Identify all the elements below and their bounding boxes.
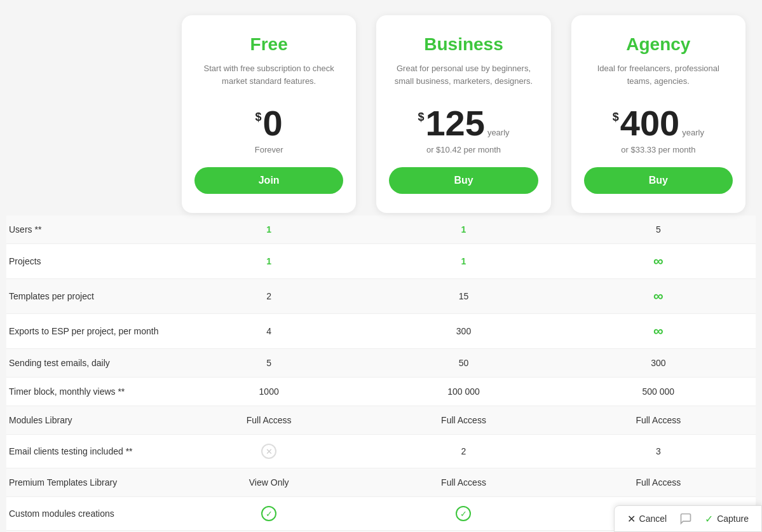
feature-label: Templates per project <box>6 279 172 313</box>
infinity-icon: ∞ <box>653 323 663 339</box>
infinity-icon: ∞ <box>653 288 663 304</box>
feature-row: Users **115 <box>6 215 756 244</box>
price-subtitle-business: or $10.42 per month <box>389 145 538 154</box>
feature-value-business: 100 000 <box>366 378 561 406</box>
cancel-label: Cancel <box>639 514 667 524</box>
feature-value-agency: 500 000 <box>561 378 756 406</box>
feature-value-free: 1 <box>172 215 366 243</box>
feature-value-business: 300 <box>366 314 561 348</box>
check-circle-icon: ✓ <box>456 506 471 521</box>
plan-title-agency: Agency <box>584 34 733 55</box>
price-period-agency: yearly <box>682 128 704 137</box>
chat-icon-bottom <box>679 512 692 525</box>
feature-label: Projects <box>6 244 172 278</box>
price-subtitle-agency: or $33.33 per month <box>584 145 733 154</box>
plan-card-business: Business Great for personal use by begin… <box>366 13 561 215</box>
feature-value-business: 1 <box>366 215 561 243</box>
feature-value-free: 4 <box>172 314 366 348</box>
value-link: 1 <box>461 224 466 235</box>
feature-value-business: 2 <box>366 435 561 468</box>
feature-value-free: ✕ <box>172 435 366 468</box>
feature-value-agency: Full Access <box>561 406 756 434</box>
feature-row: Email clients testing included **✕23 <box>6 435 756 468</box>
price-amount-business: 125 <box>425 106 484 141</box>
feature-label: Exports to ESP per project, per month <box>6 314 172 348</box>
feature-row: Modules LibraryFull AccessFull AccessFul… <box>6 406 756 435</box>
feature-label-spacer <box>6 13 172 215</box>
feature-label: Sending test emails, daily <box>6 349 172 377</box>
feature-row: Sending test emails, daily550300 <box>6 349 756 378</box>
feature-table: Users **115Projects11∞Templates per proj… <box>6 215 756 532</box>
feature-label: Timer block, monthly views ** <box>6 378 172 406</box>
x-icon: ✕ <box>627 513 636 525</box>
feature-label: Modules Library <box>6 406 172 434</box>
plan-price-business: $ 125 yearly <box>389 106 538 141</box>
feature-value-agency: Full Access <box>561 468 756 496</box>
feature-value-business: 15 <box>366 279 561 313</box>
feature-row: Projects11∞ <box>6 244 756 279</box>
feature-value-business: Full Access <box>366 406 561 434</box>
buy-button-agency[interactable]: Buy <box>584 167 733 194</box>
feature-label: Custom modules creations <box>6 497 172 530</box>
plan-description-agency: Ideal for freelancers, professional team… <box>584 62 733 93</box>
plan-card-free: Free Start with free subscription to che… <box>172 13 366 215</box>
plan-card-agency: Agency Ideal for freelancers, profession… <box>561 13 756 215</box>
feature-value-agency: 300 <box>561 349 756 377</box>
price-dollar-agency: $ <box>613 111 619 124</box>
price-subtitle-free: Forever <box>194 145 343 154</box>
feature-row: Premium Templates LibraryView OnlyFull A… <box>6 468 756 497</box>
value-link: 1 <box>266 256 271 266</box>
value-link: 1 <box>266 224 271 235</box>
feature-value-free: View Only <box>172 468 366 496</box>
feature-value-free: 1 <box>172 244 366 278</box>
capture-label: Capture <box>717 514 749 524</box>
feature-row: Templates per project215∞ <box>6 279 756 314</box>
value-link: 1 <box>461 256 466 266</box>
price-amount-agency: 400 <box>620 106 679 141</box>
feature-label: Email clients testing included ** <box>6 435 172 468</box>
feature-label: Users ** <box>6 215 172 243</box>
x-circle-icon: ✕ <box>261 444 276 459</box>
plan-description-business: Great for personal use by beginners, sma… <box>389 62 538 93</box>
feature-value-free: 5 <box>172 349 366 377</box>
feature-row: Timer block, monthly views **1000100 000… <box>6 378 756 406</box>
feature-value-business: Full Access <box>366 468 561 496</box>
plan-title-free: Free <box>194 34 343 55</box>
feature-value-agency: ∞ <box>561 279 756 313</box>
pricing-container: Free Start with free subscription to che… <box>0 0 762 532</box>
feature-value-business: ✓ <box>366 497 561 530</box>
infinity-icon: ∞ <box>653 253 663 269</box>
plan-title-business: Business <box>389 34 538 55</box>
feature-value-agency: ∞ <box>561 314 756 348</box>
join-button[interactable]: Join <box>194 167 343 194</box>
cancel-button[interactable]: ✕ Cancel <box>627 513 667 525</box>
bottom-bar: ✕ Cancel ✓ Capture <box>614 505 762 532</box>
plan-price-agency: $ 400 yearly <box>584 106 733 141</box>
price-dollar-business: $ <box>418 111 424 124</box>
feature-value-business: 1 <box>366 244 561 278</box>
check-circle-icon: ✓ <box>261 506 276 521</box>
feature-value-agency: 5 <box>561 215 756 243</box>
feature-value-free: 1000 <box>172 378 366 406</box>
feature-value-free: 2 <box>172 279 366 313</box>
plan-description-free: Start with free subscription to check ma… <box>194 62 343 93</box>
buy-button-business[interactable]: Buy <box>389 167 538 194</box>
feature-value-business: 50 <box>366 349 561 377</box>
checkmark-icon: ✓ <box>705 513 713 525</box>
price-dollar-free: $ <box>255 111 262 124</box>
capture-button[interactable]: ✓ Capture <box>705 513 749 525</box>
feature-value-agency: 3 <box>561 435 756 468</box>
feature-label: Premium Templates Library <box>6 468 172 496</box>
plan-price-free: $ 0 <box>194 106 343 141</box>
feature-value-agency: ∞ <box>561 244 756 278</box>
price-amount-free: 0 <box>263 106 283 141</box>
feature-value-free: Full Access <box>172 406 366 434</box>
feature-row: Exports to ESP per project, per month430… <box>6 314 756 349</box>
feature-value-free: ✓ <box>172 497 366 530</box>
price-period-business: yearly <box>487 128 510 137</box>
